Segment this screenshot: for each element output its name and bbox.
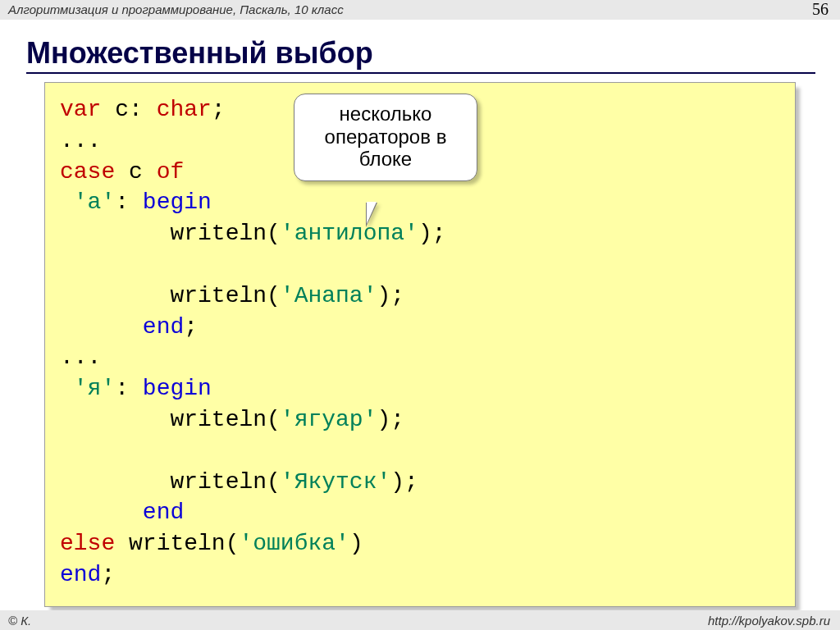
footer-bar: © К. http://kpolyakov.spb.ru <box>0 610 840 630</box>
header-breadcrumb: Алгоритмизация и программирование, Паска… <box>8 2 344 16</box>
slide-title: Множественный выбор <box>26 36 815 74</box>
slide: Алгоритмизация и программирование, Паска… <box>0 0 840 630</box>
footer-left: © К. <box>8 614 31 628</box>
callout-line: блоке <box>359 148 412 170</box>
callout-body: несколько операторов в блоке <box>294 94 477 181</box>
header-bar: Алгоритмизация и программирование, Паска… <box>0 0 840 20</box>
callout-line: несколько <box>340 103 432 125</box>
footer-right: http://kpolyakov.spb.ru <box>708 614 830 628</box>
callout-line: операторов в <box>325 126 447 148</box>
callout-bubble: несколько операторов в блоке <box>294 94 477 181</box>
page-number: 56 <box>812 0 829 19</box>
